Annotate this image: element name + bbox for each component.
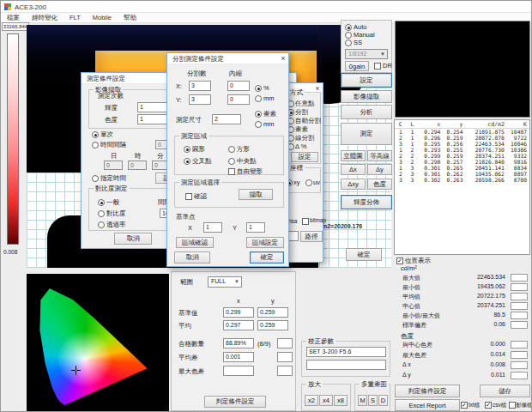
luminance-dist-button[interactable]: 輝度分佈 [341, 195, 392, 209]
position-display-checkbox[interactable]: ✓ [396, 258, 403, 264]
manual-radio[interactable] [345, 32, 352, 39]
shutter-select[interactable]: 1/8192▼ [345, 49, 388, 59]
menu-file[interactable]: 檔案 [1, 14, 26, 22]
ss-radio[interactable] [345, 39, 352, 46]
result-image-view[interactable] [395, 21, 530, 118]
zoom-x2-button[interactable]: x2 [305, 395, 318, 406]
x-division-field[interactable]: 3 [189, 81, 211, 91]
ref-x-field[interactable]: 0.299 [223, 307, 254, 318]
delta-xy-button[interactable]: Δxy [341, 179, 366, 190]
path-button[interactable]: 路徑 [300, 231, 323, 242]
image-file-checkbox[interactable] [509, 402, 516, 409]
cie-diagram[interactable] [27, 274, 169, 411]
ref-y-field[interactable]: 0.259 [257, 307, 288, 318]
grab-button[interactable]: 擷取 [239, 189, 273, 200]
excel-report-button[interactable]: Excel Report [395, 399, 460, 411]
settings-button[interactable]: 設定 [341, 73, 392, 88]
pixel-unit-radio[interactable] [255, 111, 262, 118]
capture-button[interactable]: 影像擷取 [341, 90, 392, 103]
table-row[interactable]: 110.2940.25421891.87510487 [395, 129, 529, 135]
txt-file-checkbox[interactable]: ✓ [461, 402, 468, 409]
transmit-radio[interactable] [98, 221, 105, 228]
avg-x-field[interactable]: 0.297 [223, 320, 254, 330]
menu-mobile[interactable]: Mobile [87, 14, 118, 21]
maxdiff-side-box[interactable] [277, 366, 293, 376]
contrast-radio[interactable] [98, 210, 105, 217]
stat-box[interactable] [511, 293, 528, 300]
chroma-count-field[interactable]: 1 [137, 114, 170, 124]
chroma-button[interactable]: 色度 [367, 179, 392, 190]
stat-box[interactable] [511, 302, 528, 310]
dialog-title-bar[interactable]: 分割測定條件設定 [167, 53, 288, 64]
y-inset-field[interactable]: 0 [227, 94, 250, 105]
analyze-button[interactable]: 分析 [341, 105, 392, 119]
base-y-field[interactable]: 1 [246, 222, 265, 233]
multi-d-button[interactable]: D [378, 395, 388, 406]
mm-radio[interactable] [255, 95, 262, 102]
delta-y-button[interactable]: Δy [367, 164, 392, 175]
cancel-button-measure[interactable]: 取消 [114, 233, 152, 245]
bitmap-checkbox[interactable] [302, 218, 309, 225]
view3d-button[interactable]: 立體圖 [341, 150, 366, 161]
size-field[interactable]: 2 [212, 114, 241, 124]
stat-box[interactable] [511, 372, 528, 379]
day-field[interactable]: 0 [104, 161, 123, 170]
pass-side-box[interactable] [277, 338, 293, 348]
range-select[interactable]: FULL▼ [208, 276, 242, 288]
table-row[interactable]: 310.2950.25622463.53410046 [395, 141, 529, 147]
uv-radio[interactable] [305, 179, 312, 186]
avgdiff-field[interactable]: 0.001 [223, 352, 254, 362]
stat-box[interactable] [511, 351, 528, 359]
measure-button[interactable]: 測定 [341, 123, 392, 145]
multi-m-button[interactable]: M [358, 395, 367, 406]
stat-box[interactable] [511, 321, 528, 329]
calibration-field-1[interactable]: SET 3-200 F5.6 [306, 347, 386, 357]
multi-s-button[interactable]: S [368, 395, 378, 406]
mm-unit-radio[interactable] [255, 121, 262, 128]
circle-radio[interactable] [184, 146, 190, 153]
menu-help[interactable]: 幫助 [118, 14, 142, 22]
stat-box[interactable] [511, 312, 528, 319]
judge-condition-button-2[interactable]: 判定條件設定 [204, 396, 266, 408]
table-row[interactable]: 210.2960.25920872.0789722 [395, 135, 529, 141]
center-radio[interactable] [228, 158, 235, 165]
save-button[interactable]: 儲存 [480, 385, 530, 397]
judge-condition-button[interactable]: 判定條件設定 [395, 385, 460, 397]
x-inset-field[interactable]: 0 [227, 81, 250, 91]
square-radio[interactable] [228, 146, 235, 153]
table-row[interactable]: 230.3010.26219435.0628897 [395, 171, 529, 177]
region-set-button[interactable]: 區域設定 [246, 237, 284, 248]
confirm-checkbox[interactable] [185, 193, 192, 200]
pass-count-field[interactable]: 88.89% [223, 338, 254, 348]
dr-checkbox[interactable] [374, 63, 381, 70]
table-row[interactable]: 130.3010.26520451.1418834 [395, 165, 529, 171]
base-x-field[interactable]: 1 [203, 222, 222, 233]
region-confirm-button[interactable]: 區域確認 [176, 237, 214, 248]
table-row[interactable]: 220.2990.25920374.2519332 [395, 153, 529, 159]
table-row[interactable]: 120.2930.25520776.73010386 [395, 147, 529, 153]
gain-button[interactable]: 0gain [345, 61, 369, 71]
zoom-x4-button[interactable]: x4 [319, 395, 333, 406]
cross-radio[interactable] [184, 158, 190, 165]
normal-radio[interactable] [98, 199, 105, 206]
avg-y-field[interactable]: 0.259 [257, 320, 288, 330]
single-radio[interactable] [92, 131, 99, 138]
ok-button[interactable]: 確定 [250, 251, 284, 264]
y-division-field[interactable]: 3 [189, 94, 211, 105]
auto-radio[interactable] [345, 24, 352, 31]
contour-button[interactable]: 等高線 [367, 150, 392, 161]
calibration-field-2[interactable] [306, 360, 386, 370]
csv-file-checkbox[interactable]: ✓ [485, 402, 492, 409]
table-row[interactable]: 320.2980.25721826.8409816 [395, 159, 529, 165]
zoom-x8-button[interactable]: x8 [334, 395, 348, 406]
delta-x-button[interactable]: Δx [341, 164, 366, 175]
hour-field[interactable]: 0 [128, 161, 147, 170]
method-set-button[interactable]: 設定 [291, 152, 318, 162]
stat-box[interactable] [511, 274, 528, 282]
lum-count-field[interactable]: 1 [137, 102, 170, 112]
close-icon[interactable]: × [278, 54, 288, 64]
interval-radio[interactable] [92, 142, 99, 148]
menu-time-change[interactable]: 經時變化 [26, 14, 63, 22]
ok-button-main[interactable]: 確定 [346, 248, 382, 261]
specified-time-radio[interactable] [92, 175, 99, 182]
